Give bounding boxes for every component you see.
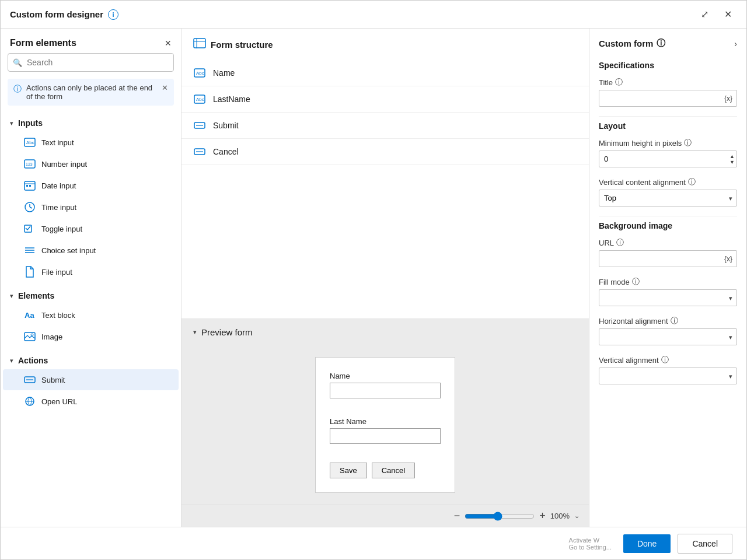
title-field-info-icon: ⓘ <box>615 77 623 88</box>
title-field-icon: {x} <box>724 94 732 103</box>
alert-close-button[interactable]: ✕ <box>162 83 168 92</box>
done-button[interactable]: Done <box>623 534 671 553</box>
spinner-down-button[interactable]: ▼ <box>729 159 735 164</box>
url-input[interactable] <box>599 250 737 267</box>
search-icon: 🔍 <box>13 58 22 67</box>
preview-lastname-field: Last Name <box>330 417 441 453</box>
left-panel-close-button[interactable]: ✕ <box>165 38 172 48</box>
bg-vertical-alignment-select-wrapper: Top Center Bottom ▾ <box>599 368 737 384</box>
fill-mode-label: Fill mode ⓘ <box>599 276 737 287</box>
form-item-row[interactable]: Abc LastName <box>181 86 589 113</box>
list-item[interactable]: Abc Text input <box>3 132 179 153</box>
list-item[interactable]: Image <box>3 326 179 347</box>
url-label: URL ⓘ <box>599 237 737 248</box>
title-field-input[interactable] <box>599 90 737 107</box>
form-structure-area: Form structure Abc Name Abc LastName <box>181 29 589 319</box>
specifications-section: Specifications Title ⓘ {x} Layout <box>589 54 746 401</box>
horizontal-alignment-select[interactable]: Left Center Right <box>599 328 737 345</box>
zoom-bar: − + 100% ⌄ <box>181 505 589 527</box>
zoom-value: 100% <box>550 512 570 520</box>
vertical-alignment-select-wrapper: Top Center Bottom ▾ <box>599 190 737 206</box>
fill-mode-select-wrapper: Cover Repeat RepeatHorizontally RepeatVe… <box>599 289 737 306</box>
preview-lastname-label: Last Name <box>330 417 441 426</box>
elements-section-label: Elements <box>18 291 54 300</box>
list-item[interactable]: Open URL <box>3 391 179 412</box>
preview-name-input[interactable] <box>330 383 441 398</box>
date-input-label: Date input <box>41 181 76 190</box>
layout-title: Layout <box>599 121 737 131</box>
form-item-row[interactable]: Cancel <box>181 139 589 165</box>
title-bar-right: ⤢ ✕ <box>695 5 737 24</box>
text-input-label: Text input <box>41 138 74 147</box>
svg-rect-6 <box>26 185 28 187</box>
fill-mode-field-group: Fill mode ⓘ Cover Repeat RepeatHorizonta… <box>599 276 737 306</box>
form-item-lastname-icon: Abc <box>193 94 206 104</box>
list-item[interactable]: Time input <box>3 197 179 218</box>
form-item-row[interactable]: Submit <box>181 113 589 139</box>
watermark-text: Activate WGo to Setting... <box>569 537 612 551</box>
number-spinners: ▲ ▼ <box>729 153 735 164</box>
min-height-input-wrapper: ▲ ▼ <box>599 150 737 167</box>
vertical-alignment-label: Vertical content alignment ⓘ <box>599 177 737 187</box>
preview-chevron-icon: ▾ <box>193 328 197 336</box>
form-structure-header: Form structure <box>181 29 589 60</box>
search-box: 🔍 <box>8 53 174 72</box>
zoom-chevron-icon[interactable]: ⌄ <box>574 512 580 520</box>
min-height-info-icon: ⓘ <box>684 138 692 148</box>
horizontal-alignment-field-group: Horizontal alignment ⓘ Left Center Right… <box>599 316 737 345</box>
preview-save-button[interactable]: Save <box>330 463 367 478</box>
zoom-plus-button[interactable]: + <box>539 510 546 522</box>
form-item-submit-label: Submit <box>213 121 239 130</box>
list-item[interactable]: Aa Text block <box>3 304 179 326</box>
preview-name-field: Name <box>330 372 441 408</box>
submit-label: Submit <box>41 376 65 384</box>
title-field-group: Title ⓘ {x} <box>599 77 737 107</box>
list-item[interactable]: Choice set input <box>3 240 179 261</box>
url-field-group: URL ⓘ {x} <box>599 237 737 267</box>
time-input-icon <box>24 201 36 213</box>
minimize-button[interactable]: ⤢ <box>695 5 714 24</box>
list-item[interactable]: Toggle input <box>3 218 179 239</box>
fill-mode-select[interactable]: Cover Repeat RepeatHorizontally RepeatVe… <box>599 289 737 306</box>
text-block-icon: Aa <box>24 309 36 321</box>
title-field-wrapper: {x} <box>599 90 737 107</box>
actions-section: ▾ Actions Submit Open URL <box>1 350 181 415</box>
svg-point-17 <box>31 334 33 336</box>
zoom-slider[interactable] <box>465 512 535 521</box>
elements-section-header[interactable]: ▾ Elements <box>1 288 181 304</box>
open-url-label: Open URL <box>41 397 77 406</box>
list-item[interactable]: Submit <box>3 369 179 390</box>
choice-set-input-icon <box>24 244 36 256</box>
right-panel-title: Custom form ⓘ <box>599 38 665 49</box>
list-item[interactable]: Date input <box>3 175 179 196</box>
actions-section-header[interactable]: ▾ Actions <box>1 352 181 369</box>
number-input-label: Number input <box>41 160 87 169</box>
inputs-section: ▾ Inputs Abc Text input 123 Number input <box>1 113 181 285</box>
inputs-section-header[interactable]: ▾ Inputs <box>1 115 181 131</box>
fill-mode-info-icon: ⓘ <box>632 276 640 287</box>
vertical-alignment-select[interactable]: Top Center Bottom <box>599 190 737 206</box>
search-input[interactable] <box>8 53 174 72</box>
preview-lastname-input[interactable] <box>330 428 441 444</box>
close-window-button[interactable]: ✕ <box>718 5 737 24</box>
title-info-icon[interactable]: i <box>108 9 118 20</box>
vertical-alignment-info-icon: ⓘ <box>688 177 696 187</box>
preview-header[interactable]: ▾ Preview form <box>181 319 589 345</box>
url-field-icon: {x} <box>724 255 732 263</box>
zoom-minus-button[interactable]: − <box>454 510 460 522</box>
bg-vertical-alignment-select[interactable]: Top Center Bottom <box>599 368 737 384</box>
footer-cancel-button[interactable]: Cancel <box>678 534 732 554</box>
min-height-input[interactable] <box>599 150 737 167</box>
preview-cancel-button[interactable]: Cancel <box>372 463 415 478</box>
title-field-label: Title ⓘ <box>599 77 737 88</box>
title-bar-left: Custom form designer i <box>10 9 118 20</box>
spinner-up-button[interactable]: ▲ <box>729 153 735 159</box>
custom-form-info-icon: ⓘ <box>657 38 665 49</box>
svg-text:Abc: Abc <box>196 97 204 102</box>
form-item-row[interactable]: Abc Name <box>181 60 589 86</box>
image-label: Image <box>41 332 62 341</box>
list-item[interactable]: 123 Number input <box>3 153 179 174</box>
list-item[interactable]: File input <box>3 261 179 282</box>
right-panel-chevron-icon[interactable]: › <box>734 39 737 48</box>
text-block-label: Text block <box>41 311 75 320</box>
